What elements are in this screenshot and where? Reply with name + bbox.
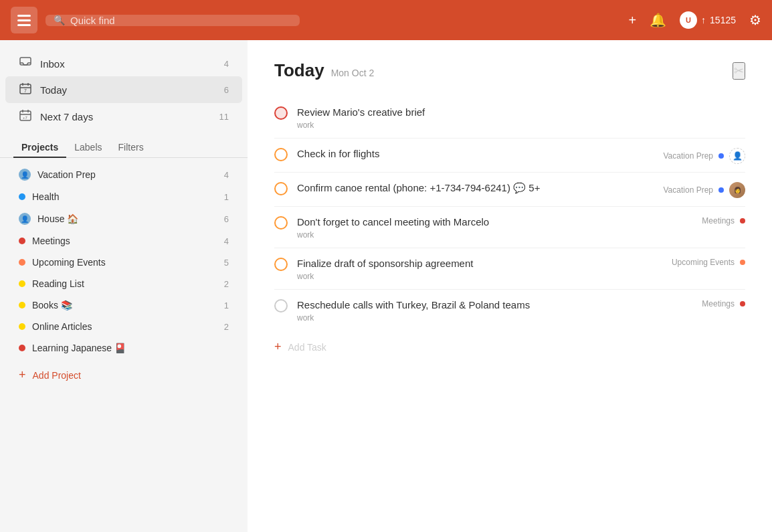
task-name-4: Don't forget to cancel meeting with Marc… [297,215,692,229]
task-body-6: Reschedule calls with Turkey, Brazil & P… [297,298,692,323]
inbox-label: Inbox [40,58,216,70]
task-meta-1: work [297,120,745,130]
health-count: 1 [224,192,229,202]
next7-label: Next 7 days [40,111,211,122]
task-body-5: Finalize draft of sponsorship agreement … [297,256,662,281]
task-list: Review Mario's creative brief work Check… [274,97,745,331]
task-project-dot-5 [740,260,745,265]
project-item-online-articles[interactable]: Online Articles 2 [5,316,242,337]
house-count: 6 [224,214,229,224]
search-bar[interactable]: 🔍 Quick find [45,15,300,26]
pin-icon: ✂ [734,64,744,78]
project-item-reading-list[interactable]: Reading List 2 [5,273,242,294]
task-checkbox-3[interactable] [274,182,288,195]
task-name-6: Reschedule calls with Turkey, Brazil & P… [297,298,692,312]
task-checkbox-1[interactable] [274,106,288,120]
add-project-icon: + [19,368,26,382]
task-name-3: Confirm canoe rental (phone: +1-734-794-… [297,181,654,195]
task-checkbox-4[interactable] [274,216,288,230]
task-body-4: Don't forget to cancel meeting with Marc… [297,215,692,240]
settings-button[interactable]: ⚙ [749,12,761,28]
task-row: Reschedule calls with Turkey, Brazil & P… [274,290,745,331]
page-subtitle: Mon Oct 2 [331,68,375,78]
learning-japanese-label: Learning Japanese 🎴 [32,343,222,353]
project-item-house[interactable]: 👤 House 🏠 6 [5,207,242,230]
header-actions: + 🔔 U ↑ 15125 ⚙ [628,11,761,29]
learning-japanese-dot [19,345,25,351]
inbox-icon [19,57,32,70]
task-row: Review Mario's creative brief work [274,97,745,139]
add-button[interactable]: + [628,13,636,28]
task-meta-4: work [297,230,692,240]
task-project-label-6: Meetings [702,299,735,308]
project-item-books[interactable]: Books 📚 1 [5,294,242,316]
task-row: Finalize draft of sponsorship agreement … [274,248,745,290]
online-articles-count: 2 [224,322,229,332]
reading-list-dot [19,280,25,287]
karma-icon: U [680,11,697,29]
task-name-5: Finalize draft of sponsorship agreement [297,256,662,270]
add-task-row[interactable]: + Add Task [274,331,745,363]
sidebar-tabs: Projects Labels Filters [0,130,248,158]
header: 🔍 Quick find + 🔔 U ↑ 15125 ⚙ [0,0,772,40]
health-label: Health [32,191,217,202]
tab-filters[interactable]: Filters [110,138,152,158]
avatar-initial: 👩 [734,187,741,193]
upcoming-events-count: 5 [224,258,229,268]
meetings-label: Meetings [32,236,217,246]
content-header: Today Mon Oct 2 ✂ [274,60,745,81]
task-checkbox-5[interactable] [274,258,288,271]
page-title: Today [274,60,324,81]
house-label: House 🏠 [37,213,217,224]
sidebar-item-today[interactable]: 7 Today 6 [5,76,242,103]
pin-button[interactable]: ✂ [733,62,745,80]
add-task-label: Add Task [288,342,326,353]
content-title: Today Mon Oct 2 [274,60,374,81]
today-count: 6 [224,85,229,95]
vacation-prep-count: 4 [224,170,229,180]
next7-count: 11 [219,112,229,122]
books-count: 1 [224,300,229,311]
task-project-dot-6 [740,301,745,306]
project-item-health[interactable]: Health 1 [5,186,242,207]
karma-display[interactable]: U ↑ 15125 [680,11,736,29]
task-body-3: Confirm canoe rental (phone: +1-734-794-… [297,181,654,195]
add-project-button[interactable]: + Add Project [5,361,242,389]
task-right-3: Vacation Prep 👩 [664,182,746,198]
task-checkbox-6[interactable] [274,299,288,313]
task-right-4: Meetings [702,216,745,226]
gear-icon: ⚙ [749,12,761,28]
vacation-prep-icon: 👤 [19,169,31,181]
project-item-vacation-prep[interactable]: 👤 Vacation Prep 4 [5,163,242,186]
tab-projects[interactable]: Projects [13,138,66,158]
books-dot [19,302,25,308]
sidebar-item-next7[interactable]: +7 Next 7 days 11 [5,103,242,130]
bell-button[interactable]: 🔔 [650,12,666,28]
task-project-dot-2 [718,153,724,159]
project-item-learning-japanese[interactable]: Learning Japanese 🎴 [5,337,242,359]
app-logo[interactable] [11,7,37,33]
vacation-prep-label: Vacation Prep [37,169,217,180]
task-body-1: Review Mario's creative brief work [297,105,745,130]
project-item-meetings[interactable]: Meetings 4 [5,230,242,252]
reading-list-label: Reading List [32,278,217,289]
task-project-dot-3 [718,187,724,193]
bell-icon: 🔔 [650,12,666,28]
upcoming-events-label: Upcoming Events [32,257,217,268]
tab-labels[interactable]: Labels [66,138,110,158]
house-icon: 👤 [19,213,31,225]
task-assignee-outline-2[interactable]: 👤 [729,148,745,164]
task-right-6: Meetings [702,299,745,308]
task-project-label-5: Upcoming Events [672,258,735,267]
svg-text:+7: +7 [23,116,28,120]
add-task-plus-icon: + [274,340,282,354]
project-item-upcoming-events[interactable]: Upcoming Events 5 [5,252,242,273]
sidebar-item-inbox[interactable]: Inbox 4 [5,51,242,76]
task-right-5: Upcoming Events [672,258,745,267]
task-assignee-avatar-3[interactable]: 👩 [729,182,745,198]
inbox-count: 4 [224,59,229,69]
svg-text:7: 7 [24,88,27,93]
task-checkbox-2[interactable] [274,148,288,161]
content-area: Today Mon Oct 2 ✂ Review Mario's creativ… [248,40,772,532]
karma-arrow: ↑ [701,15,706,25]
